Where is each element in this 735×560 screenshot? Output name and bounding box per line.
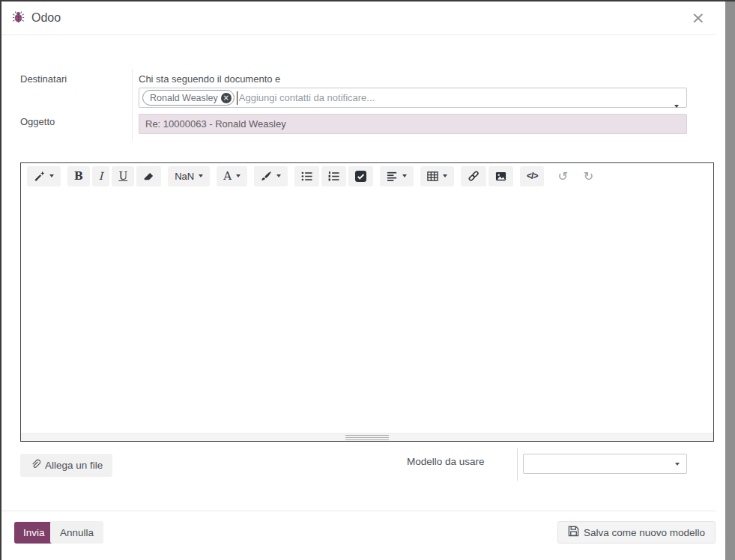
magic-wand-icon — [34, 171, 45, 182]
editor-body[interactable] — [21, 189, 713, 433]
numbered-list-button[interactable] — [321, 166, 346, 186]
recipients-input[interactable]: Ronald Weasley × Aggiungi contatti da no… — [139, 88, 687, 108]
save-as-template-button[interactable]: Salva come nuovo modello — [557, 521, 716, 544]
chevron-down-icon — [236, 174, 241, 177]
code-view-button[interactable]: </> — [520, 166, 544, 186]
chevron-down-icon — [199, 174, 203, 177]
redo-button[interactable]: ↻ — [577, 166, 600, 186]
email-composer-dialog: Odoo × Destinatari Chi sta seguendo il d… — [0, 0, 735, 560]
font-size-selector[interactable]: NaN — [168, 166, 210, 186]
chevron-down-icon — [675, 463, 680, 466]
paintbrush-icon — [261, 171, 272, 182]
footer-divider — [1, 511, 716, 511]
form-column-separator — [132, 69, 133, 141]
link-icon — [468, 170, 480, 182]
dialog-title: Odoo — [31, 11, 61, 25]
magic-wand-button[interactable] — [27, 166, 61, 186]
recipients-helper-text: Chi sta seguendo il documento e — [139, 73, 280, 85]
table-icon — [427, 171, 438, 182]
cancel-button[interactable]: Annulla — [50, 521, 103, 544]
recipients-dropdown-toggle[interactable] — [674, 97, 679, 111]
odoo-bug-icon — [12, 10, 25, 26]
chevron-down-icon — [402, 174, 407, 177]
chevron-down-icon — [674, 105, 679, 108]
backdrop-strip — [725, 0, 735, 560]
editor-toolbar: B I U NaN A — [21, 163, 713, 189]
dialog-left-border — [0, 0, 1, 560]
checklist-button[interactable] — [348, 166, 373, 186]
align-button[interactable] — [380, 166, 414, 186]
subject-input[interactable]: Re: 10000063 - Ronald Weasley — [139, 114, 687, 134]
image-icon — [495, 171, 506, 182]
send-button[interactable]: Invia — [14, 522, 54, 544]
editor-resize-handle[interactable] — [21, 433, 713, 441]
table-button[interactable] — [420, 166, 454, 186]
chevron-down-icon — [276, 174, 281, 177]
align-left-icon — [387, 171, 398, 182]
template-label: Modello da usare — [407, 456, 485, 467]
insert-image-button[interactable] — [489, 166, 513, 186]
recipients-placeholder: Aggiungi contatti da notificare... — [239, 92, 375, 103]
numbered-list-icon — [328, 171, 339, 182]
floppy-disk-icon — [568, 526, 579, 539]
rich-text-editor: B I U NaN A — [20, 162, 714, 442]
paperclip-icon — [30, 459, 40, 472]
text-color-button[interactable]: A — [217, 166, 247, 186]
bulleted-list-button[interactable] — [294, 166, 319, 186]
resize-grip-icon — [345, 435, 389, 440]
underline-button[interactable]: U — [112, 166, 134, 186]
attach-file-button[interactable]: Allega un file — [20, 454, 112, 477]
recipients-label: Destinatari — [20, 73, 67, 85]
highlight-color-button[interactable] — [254, 166, 288, 186]
undo-button[interactable]: ↺ — [551, 166, 574, 186]
chevron-down-icon — [443, 174, 447, 177]
template-separator — [517, 448, 518, 481]
subject-label: Oggetto — [20, 116, 55, 127]
insert-link-button[interactable] — [461, 166, 486, 186]
eraser-icon — [143, 171, 154, 182]
text-color-glyph: A — [223, 169, 232, 183]
chevron-down-icon — [49, 174, 54, 177]
dialog-header: Odoo × — [1, 1, 716, 35]
recipient-tag[interactable]: Ronald Weasley × — [142, 90, 235, 106]
checkbox-icon — [355, 171, 366, 182]
template-select[interactable] — [523, 454, 687, 474]
bulleted-list-icon — [301, 171, 312, 182]
attach-file-label: Allega un file — [45, 460, 103, 471]
recipient-tag-label: Ronald Weasley — [150, 93, 218, 103]
bold-button[interactable]: B — [67, 166, 90, 186]
remove-tag-icon[interactable]: × — [221, 93, 232, 103]
italic-button[interactable]: I — [92, 166, 110, 186]
text-cursor — [237, 91, 238, 105]
save-as-template-label: Salva come nuovo modello — [584, 527, 705, 538]
remove-format-button[interactable] — [136, 166, 161, 186]
close-icon[interactable]: × — [692, 10, 705, 26]
dialog-top-border — [0, 0, 735, 1]
font-size-value: NaN — [175, 171, 194, 182]
